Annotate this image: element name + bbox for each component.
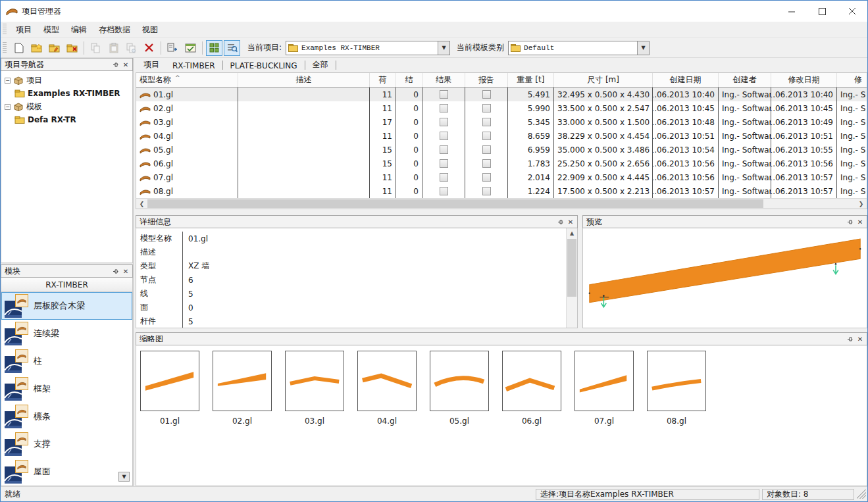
column-header-创建日期[interactable]: 创建日期 [653,73,719,87]
table-row-05.gl[interactable]: 05.gl1506.95935.000 x 0.500 x 3.4861.06.… [136,143,867,157]
tree-expander-icon[interactable]: − [5,78,11,84]
column-header-荷[interactable]: 荷 [370,73,396,87]
minimize-button[interactable] [777,1,807,22]
table-row-04.gl[interactable]: 04.gl1108.65938.229 x 0.500 x 4.4541.06.… [136,129,867,143]
table-row-06.gl[interactable]: 06.gl1501.78325.250 x 0.500 x 2.6561.06.… [136,157,867,170]
report-checkbox[interactable] [482,90,491,99]
pin-icon[interactable] [844,217,855,227]
thumbnail-06.gl[interactable]: 06.gl [502,351,561,426]
scrollbar-thumb[interactable] [567,239,576,297]
column-header-尺寸 [m][interactable]: 尺寸 [m] [554,73,653,87]
thumbnail-05.gl[interactable]: 05.gl [430,351,489,426]
results-checkbox[interactable] [440,90,448,99]
copy-to-project-button[interactable] [165,40,181,56]
pin-icon[interactable] [110,266,120,276]
new-model-button[interactable] [11,40,27,56]
report-checkbox[interactable] [482,187,491,195]
report-checkbox[interactable] [482,132,491,140]
module-group-header[interactable]: RX-TIMBER [1,278,132,292]
scroll-left-arrow[interactable]: ❮ [136,199,147,209]
module-item-屋面[interactable]: 屋面 [1,458,132,486]
column-header-结果[interactable]: 结果 [422,73,465,87]
results-checkbox[interactable] [440,104,448,113]
scroll-up-arrow[interactable]: ▲ [567,228,577,238]
menu-item-视图[interactable]: 视图 [136,22,164,38]
new-project-button[interactable] [28,40,45,56]
column-header-描述[interactable]: 描述 [238,73,370,87]
detail-view-toggle[interactable] [224,40,240,56]
details-vertical-scrollbar[interactable]: ▲ [566,228,577,328]
column-header-创建者[interactable]: 创建者 [719,73,771,87]
tab-全部[interactable]: 全部 [306,58,335,72]
module-item-连续梁[interactable]: 连续梁 [1,320,132,347]
table-row-02.gl[interactable]: 02.gl1105.99033.500 x 0.500 x 2.5471.06.… [136,101,867,115]
module-item-柱[interactable]: 柱 [1,347,132,375]
results-checkbox[interactable] [440,145,448,154]
close-icon[interactable]: ✕ [855,217,865,227]
tab-RX-TIMBER[interactable]: RX-TIMBER [166,59,222,72]
table-row-03.gl[interactable]: 03.gl1705.34533.000 x 0.500 x 1.5001.06.… [136,115,867,129]
menu-item-项目[interactable]: 项目 [10,22,38,38]
column-header-重量 [t][interactable]: 重量 [t] [508,73,554,87]
module-item-框架[interactable]: 框架 [1,375,132,403]
table-row-07.gl[interactable]: 07.gl1102.01422.909 x 0.500 x 4.4451.06.… [136,170,867,184]
paste-button[interactable] [105,40,122,56]
close-icon[interactable]: ✕ [565,217,576,227]
close-button[interactable] [837,1,867,22]
thumbnail-08.gl[interactable]: 08.gl [647,351,706,426]
results-checkbox[interactable] [440,118,448,126]
menu-item-编辑[interactable]: 编辑 [65,22,93,38]
column-header-报告[interactable]: 报告 [465,73,508,87]
report-checkbox[interactable] [482,145,491,154]
report-checkbox[interactable] [482,104,491,113]
current-project-dropdown[interactable]: Examples RX-TIMBER ▼ [286,41,450,55]
thumbnail-07.gl[interactable]: 07.gl [574,351,634,426]
tree-node-模板[interactable]: −模板 [3,100,131,113]
tab-项目[interactable]: 项目 [137,58,166,72]
scroll-right-arrow[interactable]: ❯ [855,199,867,209]
menu-item-存档数据[interactable]: 存档数据 [93,22,136,38]
module-item-支撑[interactable]: 支撑 [1,430,132,458]
delete-project-button[interactable] [64,40,80,56]
thumbnail-01.gl[interactable]: 01.gl [140,351,199,426]
tab-PLATE-BUCKLING[interactable]: PLATE-BUCKLING [224,59,304,72]
tree-expander-icon[interactable]: − [5,104,11,110]
thumbnail-03.gl[interactable]: 03.gl [285,351,344,426]
resize-grip[interactable] [857,489,866,499]
results-checkbox[interactable] [440,132,448,140]
thumbnail-view-toggle[interactable] [206,40,222,56]
table-horizontal-scrollbar[interactable]: ❮ ❯ [136,198,867,209]
report-checkbox[interactable] [482,173,491,182]
close-icon[interactable]: ✕ [120,60,131,70]
pin-icon[interactable] [110,60,120,70]
thumbnail-02.gl[interactable]: 02.gl [213,351,272,426]
template-category-dropdown[interactable]: Default ▼ [508,41,650,55]
pin-icon[interactable] [844,334,855,344]
thumbnail-04.gl[interactable]: 04.gl [357,351,417,426]
column-header-修改日期[interactable]: 修改日期 [771,73,837,87]
delete-button[interactable] [141,40,157,56]
copy-model-button[interactable] [123,40,140,56]
copy-button[interactable] [88,40,104,56]
module-item-层板胶合木梁[interactable]: 层板胶合木梁 [1,292,132,320]
results-checkbox[interactable] [440,173,448,182]
dropdown-arrow-icon[interactable]: ▼ [438,41,449,55]
panel-splitter[interactable] [578,215,582,328]
archive-button[interactable] [182,40,199,56]
modules-scroll-down-button[interactable]: ▼ [118,472,130,482]
preview-viewport[interactable] [582,228,867,328]
dropdown-arrow-icon[interactable]: ▼ [637,41,649,55]
table-row-01.gl[interactable]: 01.gl1105.49132.495 x 0.500 x 4.4301.06.… [136,88,867,101]
results-checkbox[interactable] [440,187,448,195]
close-icon[interactable]: ✕ [120,266,131,276]
results-checkbox[interactable] [440,159,448,168]
report-checkbox[interactable] [482,159,491,168]
menu-item-模型[interactable]: 模型 [38,22,65,38]
close-icon[interactable]: ✕ [855,334,865,344]
column-header-修[interactable]: 修 [837,73,867,87]
edit-project-button[interactable] [46,40,63,56]
tree-node-项目[interactable]: −项目 [3,74,131,87]
module-item-檩条[interactable]: 檩条 [1,403,132,430]
column-header-结[interactable]: 结 [396,73,422,87]
tree-node-Defa RX-TR[interactable]: Defa RX-TR [3,113,131,126]
